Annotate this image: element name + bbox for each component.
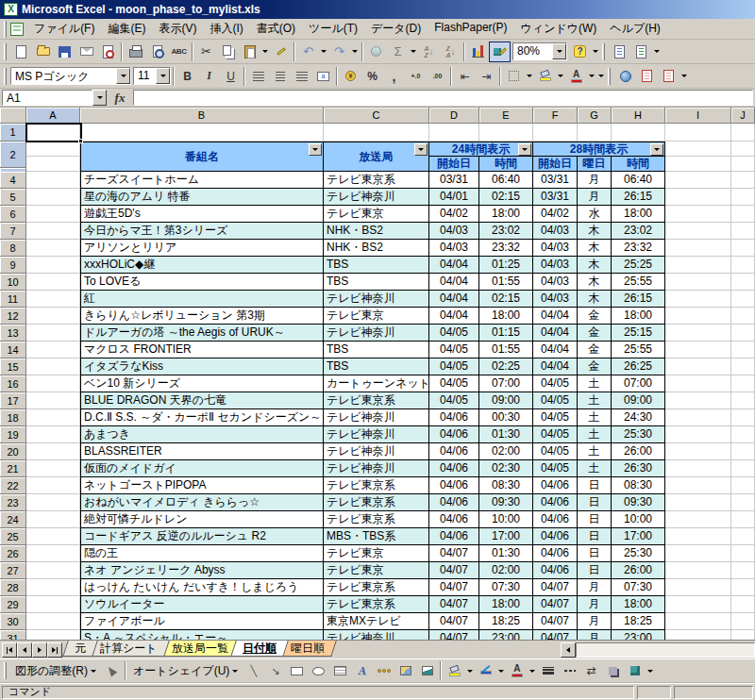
merge-center-button[interactable] [312, 66, 334, 87]
sheet-tab-2[interactable]: 放送局一覧 [159, 641, 241, 657]
row-header-20[interactable]: 20 [0, 443, 26, 460]
oval-button[interactable] [308, 660, 329, 681]
cell[interactable]: テレビ神奈川 [324, 460, 429, 477]
cell[interactable]: テレビ東京系 [324, 579, 429, 596]
cell[interactable]: 09:00 [479, 392, 533, 409]
cell[interactable]: テレビ東京系 [324, 477, 429, 494]
cell[interactable]: 18:00 [479, 596, 533, 613]
cell[interactable]: 木 [578, 274, 612, 291]
cell[interactable]: 土 [578, 392, 612, 409]
cell[interactable]: 04/06 [429, 460, 479, 477]
autoshapes-menu-button[interactable]: オートシェイプ(U) [128, 661, 243, 681]
cell[interactable]: 02:00 [479, 443, 533, 460]
cell-i3[interactable] [665, 157, 731, 172]
row-header-4[interactable]: 4 [0, 172, 26, 189]
cell-J6[interactable] [731, 206, 755, 223]
cell[interactable]: テレビ神奈川 [324, 325, 429, 342]
cell-I5[interactable] [665, 189, 731, 206]
autofilter-dropdown[interactable] [518, 143, 531, 156]
toolbar-options-dropdown[interactable] [591, 42, 600, 62]
row-header-21[interactable]: 21 [0, 460, 26, 477]
cell[interactable]: 26:15 [612, 291, 665, 308]
cell-A16[interactable] [26, 375, 80, 392]
cell[interactable]: テレビ東京系 [324, 392, 429, 409]
cell[interactable]: 04/06 [429, 528, 479, 545]
cell-I7[interactable] [665, 223, 731, 240]
cell[interactable]: BLASSREITER [80, 443, 324, 460]
autofilter-dropdown[interactable] [650, 143, 663, 156]
increase-decimal-button[interactable] [405, 66, 427, 87]
cell[interactable]: カートゥーンネットワーク [324, 375, 429, 392]
cell-I19[interactable] [665, 426, 731, 443]
cell[interactable]: 紅 [80, 291, 324, 308]
cell[interactable]: 04/05 [533, 460, 578, 477]
autofilter-dropdown[interactable] [309, 143, 322, 156]
cell[interactable]: アリソンとリリア [80, 240, 324, 257]
cell-A23[interactable] [26, 494, 80, 511]
cell-J31[interactable] [731, 630, 755, 640]
cell[interactable]: 18:00 [612, 308, 665, 325]
cell[interactable]: 04/07 [429, 630, 479, 640]
cell[interactable]: 01:55 [479, 342, 533, 358]
flashpaper-convert-button-1[interactable] [609, 42, 630, 62]
insert-picture-button[interactable] [416, 660, 438, 681]
cell[interactable]: 09:30 [612, 494, 665, 511]
cell[interactable]: 土 [578, 375, 612, 392]
cell-I13[interactable] [665, 325, 731, 342]
addon-button-2[interactable] [636, 66, 658, 87]
cell-I6[interactable] [665, 206, 731, 223]
menu-item-2[interactable]: 表示(V) [152, 19, 203, 39]
cell[interactable]: 04/05 [429, 342, 479, 358]
cell[interactable]: 02:15 [479, 291, 533, 308]
cell[interactable]: 04/07 [429, 545, 479, 562]
cell[interactable]: 04/04 [533, 358, 578, 375]
copy-button[interactable] [217, 42, 239, 62]
cell[interactable]: 04/07 [533, 613, 578, 630]
cell-I9[interactable] [665, 257, 731, 274]
column-header-A[interactable]: A [26, 108, 80, 124]
first-sheet-button[interactable] [2, 642, 17, 658]
cell[interactable]: ドルアーガの塔 ～the Aegis of URUK～ [80, 325, 324, 342]
cell[interactable]: はっけん たいけん だいすき！しまじろう [80, 579, 324, 596]
cell-I20[interactable] [665, 443, 731, 460]
cell[interactable]: 07:30 [479, 579, 533, 596]
menu-item-0[interactable]: ファイル(F) [27, 19, 101, 39]
open-button[interactable] [32, 42, 54, 62]
cell-j3[interactable] [731, 157, 755, 172]
currency-style-button[interactable] [340, 66, 361, 87]
cell[interactable]: 18:00 [612, 596, 665, 613]
font-color-button[interactable] [506, 660, 528, 681]
cell[interactable]: 04/06 [429, 426, 479, 443]
cell[interactable]: 土 [578, 426, 612, 443]
menu-item-9[interactable]: ヘルプ(H) [603, 19, 667, 39]
cell[interactable]: 18:25 [479, 613, 533, 630]
draw-menu-button[interactable]: 図形の調整(R) [10, 661, 101, 681]
cell[interactable]: 日 [578, 528, 612, 545]
cell[interactable]: 日 [578, 545, 612, 562]
cell[interactable]: テレビ東京 [324, 562, 429, 579]
cell[interactable]: 土 [578, 443, 612, 460]
cell[interactable]: 月 [578, 613, 612, 630]
menu-item-8[interactable]: ウィンドウ(W) [514, 19, 604, 39]
cell[interactable]: あまつき [80, 426, 324, 443]
row-header-24[interactable]: 24 [0, 511, 26, 528]
cell-A14[interactable] [26, 342, 80, 358]
cell[interactable]: 日 [578, 477, 612, 494]
cell[interactable]: S・A ～スペシャル・エー～ [80, 630, 324, 640]
drawing-toolbar-toggle[interactable] [489, 42, 511, 62]
cell[interactable]: 月 [578, 630, 612, 640]
header-28h-weekday[interactable]: 曜日 [578, 157, 612, 172]
diagram-button[interactable] [373, 660, 394, 681]
cell[interactable]: 04/06 [533, 511, 578, 528]
cell[interactable]: 23:02 [479, 223, 533, 240]
cell[interactable]: 04/05 [533, 375, 578, 392]
cell[interactable]: 04/05 [429, 358, 479, 375]
cell[interactable]: 17:00 [479, 528, 533, 545]
cell-I8[interactable] [665, 240, 731, 257]
row-header-13[interactable]: 13 [0, 325, 26, 342]
cell-J12[interactable] [731, 308, 755, 325]
cell-A10[interactable] [26, 274, 80, 291]
format-painter-button[interactable] [270, 42, 292, 62]
row-header-14[interactable]: 14 [0, 342, 26, 358]
last-sheet-button[interactable] [47, 642, 62, 658]
